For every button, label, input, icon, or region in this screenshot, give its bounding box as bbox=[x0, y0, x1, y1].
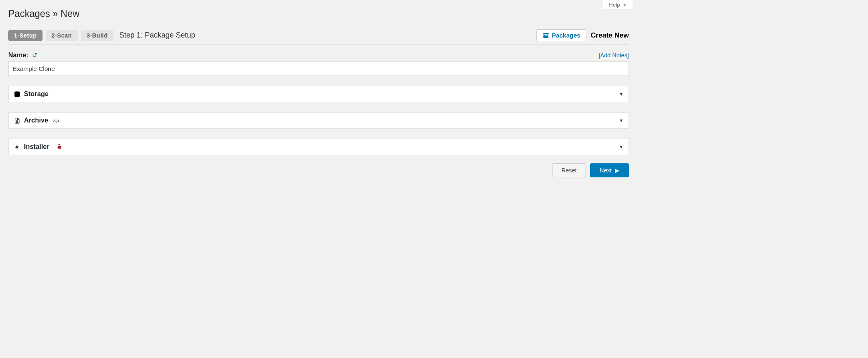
footer-buttons: Reset Next ▶ bbox=[8, 163, 629, 190]
caret-down-icon: ▼ bbox=[619, 118, 624, 123]
svg-rect-2 bbox=[17, 122, 17, 122]
archive-format: zip bbox=[53, 118, 59, 123]
archive-panel-title: Archive zip bbox=[14, 117, 59, 124]
file-archive-icon bbox=[14, 117, 21, 124]
create-new-label: Create New bbox=[591, 31, 629, 40]
name-row: Name: ↻ [Add Notes] bbox=[8, 50, 629, 61]
archive-box-icon bbox=[543, 32, 549, 39]
installer-panel[interactable]: Installer ▼ bbox=[8, 139, 629, 155]
reset-button[interactable]: Reset bbox=[552, 163, 586, 177]
step-1-pill[interactable]: 1-Setup bbox=[8, 30, 43, 41]
svg-rect-1 bbox=[17, 120, 17, 121]
play-icon: ▶ bbox=[615, 167, 619, 174]
caret-down-icon: ▼ bbox=[619, 144, 624, 149]
step-3-pill[interactable]: 3-Build bbox=[81, 30, 114, 41]
caret-down-icon: ▼ bbox=[623, 3, 627, 7]
package-name-input[interactable] bbox=[8, 61, 629, 76]
caret-down-icon: ▼ bbox=[619, 92, 624, 97]
step-toolbar: 1-Setup 2-Scan 3-Build Step 1: Package S… bbox=[8, 25, 629, 45]
name-label: Name: bbox=[8, 52, 28, 59]
storage-panel[interactable]: Storage ▼ bbox=[8, 86, 629, 102]
step-2-pill[interactable]: 2-Scan bbox=[46, 30, 78, 41]
installer-panel-title: Installer bbox=[14, 143, 62, 151]
next-button[interactable]: Next ▶ bbox=[590, 163, 629, 177]
help-label: Help bbox=[609, 2, 620, 8]
packages-button[interactable]: Packages bbox=[536, 29, 586, 41]
step-title: Step 1: Package Setup bbox=[119, 31, 195, 40]
page-title: Packages » New bbox=[8, 0, 629, 25]
archive-panel[interactable]: Archive zip ▼ bbox=[8, 112, 629, 129]
database-icon bbox=[14, 91, 21, 98]
unlock-icon bbox=[57, 144, 62, 151]
help-tab[interactable]: Help ▼ bbox=[603, 0, 633, 10]
bolt-icon bbox=[14, 144, 21, 151]
add-notes-link[interactable]: [Add Notes] bbox=[599, 52, 629, 59]
reset-name-icon[interactable]: ↻ bbox=[32, 52, 37, 59]
storage-panel-title: Storage bbox=[14, 90, 49, 98]
